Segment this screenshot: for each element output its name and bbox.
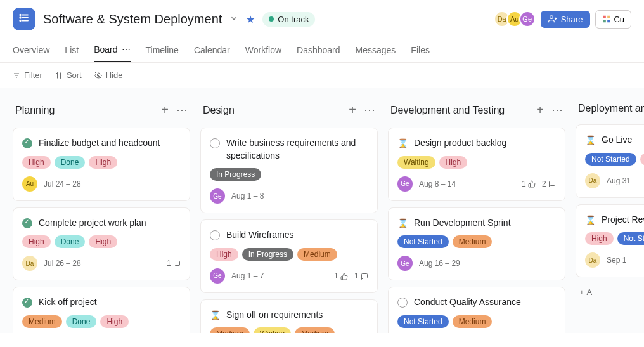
tab-calendar[interactable]: Calendar [194,38,230,62]
avatar[interactable]: Ge [210,268,225,284]
tag[interactable]: High [585,232,614,245]
tab-workflow[interactable]: Workflow [245,38,281,62]
card-title: Build Wireframes [226,229,294,242]
tags: MediumWaitingMedium [210,327,368,333]
tag[interactable]: Not Started [397,235,449,248]
tag[interactable]: High [439,156,468,169]
comments[interactable]: 1 [167,259,181,268]
tag[interactable]: In Progress [210,168,261,181]
tab-board[interactable]: Board⋯ [94,38,130,62]
customize-button[interactable]: Cu [595,10,631,29]
plus-icon[interactable]: + [161,103,169,117]
tag[interactable]: Waiting [397,156,435,169]
add-task-button[interactable]: + A [576,284,644,301]
card-footer: DaAug 31 [585,173,644,188]
tag[interactable]: In Progress [242,248,293,261]
tag[interactable]: Not Start [617,232,644,245]
tag[interactable]: Medium [210,327,250,333]
avatar[interactable]: Au [22,176,37,192]
more-icon[interactable]: ⋯ [176,103,188,117]
sort-button[interactable]: Sort [55,70,82,80]
card-title-row: Write business requirements and specific… [210,137,368,162]
plus-icon[interactable]: + [536,103,544,117]
circle-icon[interactable] [397,298,408,308]
filter-button[interactable]: Filter [13,70,42,80]
tag[interactable]: High [22,235,51,248]
chevron-down-icon[interactable] [229,14,238,25]
tag[interactable]: High [22,156,51,169]
tag[interactable]: High [89,156,117,169]
avatar[interactable]: Ge [397,256,413,271]
column-title[interactable]: Design [203,105,235,116]
circle-icon[interactable] [210,138,220,148]
card-title-row: Conduct Quality Assurance [397,296,556,309]
tags: HighNot Start [585,232,644,245]
card[interactable]: Complete project work planHighDoneHighDa… [13,207,190,281]
avatar[interactable]: Da [22,256,37,271]
plus-icon[interactable]: + [349,103,356,117]
project-title[interactable]: Software & System Deployment [43,12,222,27]
column-title[interactable]: Deployment and [578,103,644,114]
check-circle-icon[interactable] [22,298,32,308]
tag[interactable]: Medium [453,235,493,248]
tag[interactable]: High [89,235,117,248]
likes[interactable]: 1 [334,272,348,280]
star-icon[interactable]: ★ [246,13,255,25]
avatar[interactable]: Ge [519,11,536,27]
tag[interactable]: High [100,315,129,328]
tag[interactable]: Done [55,235,86,248]
tag[interactable]: High [210,248,238,261]
card[interactable]: Finalize budget and headcountHighDoneHig… [13,128,190,201]
tag[interactable]: Medium [295,327,335,333]
comments[interactable]: 1 [354,272,368,280]
status-badge[interactable]: On track [262,12,315,27]
circle-icon[interactable] [210,230,220,240]
tag[interactable]: Medium [297,248,337,261]
card[interactable]: Kick off projectMediumDoneHighAuJul 311 [13,287,190,333]
tab-files[interactable]: Files [411,38,430,62]
avatar[interactable]: Da [585,252,600,268]
tag[interactable]: Hi [640,153,644,166]
card[interactable]: Write business requirements and specific… [200,128,378,213]
card[interactable]: ⌛Sign off on requirementsMediumWaitingMe… [200,299,378,333]
tag[interactable]: Done [55,156,86,169]
avatar[interactable]: Ge [210,188,225,204]
comments[interactable]: 2 [542,180,556,188]
tab-timeline[interactable]: Timeline [146,38,179,62]
tag[interactable]: Medium [453,315,493,328]
tag[interactable]: Not Started [397,315,449,328]
card[interactable]: ⌛Design product backlogWaitingHighGeAug … [388,128,565,201]
likes[interactable]: 1 [522,180,536,188]
avatar[interactable]: Ge [397,176,413,192]
card[interactable]: ⌛Run Development SprintNot StartedMedium… [388,207,565,281]
tag[interactable]: Waiting [254,327,292,333]
tag[interactable]: Medium [22,315,62,328]
card[interactable]: ⌛Project RevieHighNot StartDaSep 1 [576,204,644,278]
card-footer: DaJul 26 – 281 [22,256,181,271]
share-button[interactable]: Share [541,11,591,28]
column-header: Deployment and [576,98,644,119]
check-circle-icon[interactable] [22,138,32,148]
avatar[interactable]: Da [585,173,600,188]
plus-icon: + [579,287,584,297]
tab-messages[interactable]: Messages [356,38,396,62]
check-circle-icon[interactable] [22,218,32,228]
more-icon[interactable]: ⋯ [551,103,563,117]
card[interactable]: ⌛Go LiveNot StartedHiDaAug 31 [576,124,644,198]
more-icon[interactable]: ⋯ [364,103,375,117]
project-icon[interactable] [13,8,35,30]
more-icon[interactable]: ⋯ [122,44,131,55]
tab-list[interactable]: List [65,38,79,62]
column-title[interactable]: Planning [15,105,55,116]
hide-button[interactable]: Hide [94,70,123,80]
status-text: On track [278,15,309,24]
column-title[interactable]: Development and Testing [390,105,505,116]
tab-overview[interactable]: Overview [13,38,49,62]
card[interactable]: Conduct Quality AssuranceNot StartedMedi… [388,287,565,333]
card[interactable]: Build WireframesHighIn ProgressMediumGeA… [200,219,378,293]
avatar-group[interactable]: DaAuGe [494,11,536,27]
tab-dashboard[interactable]: Dashboard [297,38,340,62]
tag[interactable]: Done [66,315,97,328]
hourglass-icon: ⌛ [585,215,595,225]
tag[interactable]: Not Started [585,153,636,166]
